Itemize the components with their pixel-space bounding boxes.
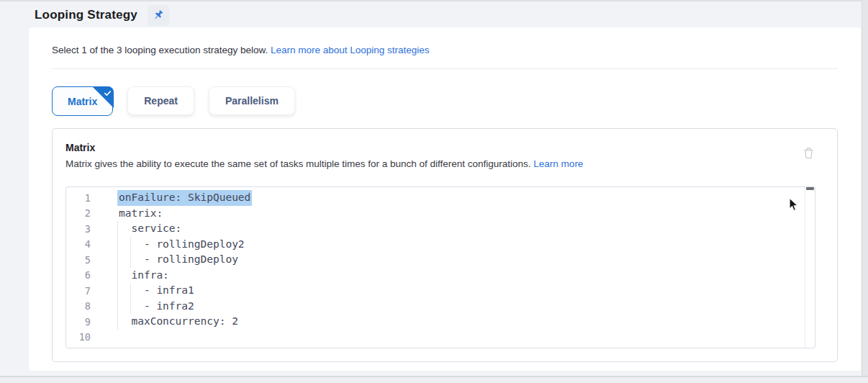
strategy-tabs: Matrix Repeat Parallelism [52,86,295,116]
line-number: 5 [66,254,91,266]
line-number: 9 [66,316,91,328]
matrix-card: Matrix Matrix gives the ability to execu… [52,128,838,362]
header: Looping Strategy [35,4,169,26]
code-area: onFailure: SkipQueued [91,190,803,206]
editor-line[interactable]: 1 onFailure: SkipQueued [66,190,803,206]
trash-icon [803,147,815,160]
yaml-editor[interactable]: 1 onFailure: SkipQueued 2 matrix: 3 serv… [65,186,815,348]
editor-lines: 1 onFailure: SkipQueued 2 matrix: 3 serv… [66,190,803,345]
looping-strategies-docs-link[interactable]: Learn more about Looping strategies [271,45,430,55]
code-text: - rollingDeploy [119,252,238,268]
indent-guide [130,252,131,268]
code-text: service: [119,221,181,237]
section-divider [52,68,838,69]
code-text: maxConcurrency: 2 [119,314,238,330]
editor-line[interactable]: 2 matrix: [66,206,803,222]
tab-repeat-label: Repeat [144,95,178,107]
editor-line[interactable]: 7 - infra1 [66,283,803,299]
tab-matrix[interactable]: Matrix [52,86,113,116]
indent-guide [117,237,118,253]
window-top-edge [0,0,868,1]
line-number: 6 [66,269,91,281]
line-number: 4 [66,238,91,250]
indent-guide [117,268,118,284]
indent-guide [117,252,118,268]
delete-strategy-button[interactable] [800,145,817,162]
pin-button[interactable] [148,5,169,26]
code-text: infra: [119,268,169,284]
indent-guide [130,237,131,253]
indent-guide [117,283,118,299]
line-number: 1 [66,192,91,204]
code-area: - rollingDeploy [91,252,803,268]
tab-repeat[interactable]: Repeat [127,86,194,115]
matrix-learn-more-link[interactable]: Learn more [533,158,583,169]
code-area: - rollingDeploy2 [91,237,803,253]
tab-matrix-label: Matrix [68,96,97,107]
card-description-text: Matrix gives the ability to execute the … [65,158,531,169]
editor-line[interactable]: 5 - rollingDeploy [66,252,803,268]
indent-guide [117,314,118,330]
indent-guide [130,299,131,315]
editor-scrollbar-thumb[interactable] [806,187,814,190]
code-text: onFailure: SkipQueued [119,190,250,206]
tab-parallelism-label: Parallelism [225,95,279,107]
code-area: infra: [91,268,803,284]
code-area: - infra2 [91,299,803,315]
card-heading: Matrix [65,142,95,153]
window-right-edge [862,0,868,383]
card-description: Matrix gives the ability to execute the … [65,158,583,169]
line-number: 8 [66,300,91,312]
editor-scrollbar-track [805,187,805,348]
code-area: matrix: [91,206,803,222]
tab-parallelism[interactable]: Parallelism [209,86,295,115]
screen: Looping Strategy Select 1 of the 3 loopi… [0,0,868,383]
code-text: - rollingDeploy2 [119,237,245,253]
indent-guide [117,299,118,315]
editor-line[interactable]: 10 [66,330,803,346]
line-number: 2 [66,207,91,219]
line-number: 3 [66,223,91,235]
editor-line[interactable]: 8 - infra2 [66,299,803,315]
code-text: matrix: [119,206,163,222]
line-number: 10 [66,331,91,343]
page-title: Looping Strategy [35,8,137,22]
code-area: - infra1 [91,283,803,299]
editor-line[interactable]: 9 maxConcurrency: 2 [66,314,803,330]
indent-guide [117,221,118,237]
editor-line[interactable]: 3 service: [66,221,803,237]
code-area: maxConcurrency: 2 [91,314,803,330]
intro-sentence: Select 1 of the 3 looping execution stra… [52,45,268,55]
intro-text: Select 1 of the 3 looping execution stra… [52,45,430,55]
looping-strategy-panel: Select 1 of the 3 looping execution stra… [29,27,861,371]
code-area [91,330,803,346]
editor-line[interactable]: 6 infra: [66,268,803,284]
code-area: service: [91,221,803,237]
pushpin-icon [153,9,164,21]
editor-line[interactable]: 4 - rollingDeploy2 [66,237,803,253]
line-number: 7 [66,285,91,297]
bottom-area [0,377,868,383]
indent-guide [130,283,131,299]
